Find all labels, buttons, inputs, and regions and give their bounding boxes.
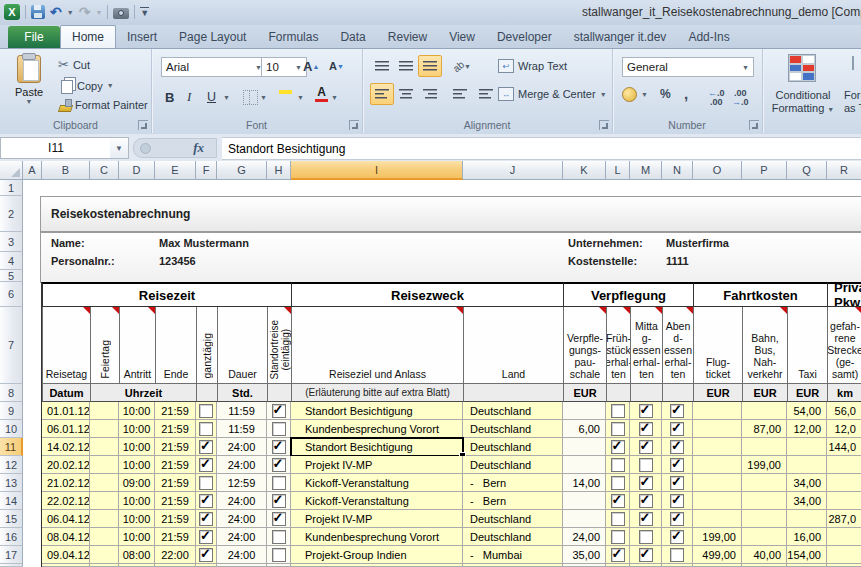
tab-review[interactable]: Review: [377, 26, 438, 48]
cell-L17[interactable]: [606, 546, 630, 564]
checkbox-fruehstueck-12[interactable]: [611, 458, 625, 472]
undo-dropdown-icon[interactable]: ▼: [67, 9, 74, 16]
checkbox-ganztagig-13[interactable]: [199, 476, 213, 490]
row-header-15[interactable]: 15: [0, 510, 23, 528]
row-header-3[interactable]: 3: [0, 232, 23, 252]
row-header-9[interactable]: 9: [0, 402, 23, 420]
column-header-Q[interactable]: Q: [787, 161, 827, 180]
personalnr-label[interactable]: Personalnr.:: [51, 255, 115, 267]
row-header-1[interactable]: 1: [0, 180, 23, 196]
cell-P14[interactable]: [742, 492, 787, 510]
cell-P10[interactable]: 87,00: [742, 420, 787, 438]
subheader-empty[interactable]: [463, 384, 563, 402]
cell-P17[interactable]: 40,00: [742, 546, 787, 564]
checkbox-mittagessen-15[interactable]: [639, 512, 653, 526]
checkbox-ganztagig-14[interactable]: [199, 494, 213, 508]
checkbox-abendessen-15[interactable]: [670, 512, 684, 526]
align-left-button[interactable]: [370, 83, 394, 105]
cell-P16[interactable]: [742, 528, 787, 546]
group-header-verpflegung[interactable]: Verpflegung: [563, 282, 693, 307]
checkbox-standortreise-13[interactable]: [272, 476, 286, 490]
align-bottom-button[interactable]: [418, 55, 442, 77]
format-as-table-label[interactable]: Format as Table: [844, 89, 861, 115]
cell-B12[interactable]: 20.02.12: [42, 456, 90, 474]
header-dauer[interactable]: Dauer: [217, 307, 267, 384]
cell-G12[interactable]: 24:00: [217, 456, 267, 474]
row-header-5[interactable]: 5: [0, 270, 23, 282]
cell-E9[interactable]: 21:59: [155, 402, 196, 420]
cell-K9[interactable]: [563, 402, 606, 420]
cell-F11[interactable]: [196, 438, 217, 456]
checkbox-standortreise-14[interactable]: [272, 494, 286, 508]
group-header-reisezeit[interactable]: Reisezeit: [42, 282, 291, 307]
subheader-erlaeuterung[interactable]: (Erläuterung bitte auf extra Blatt): [291, 384, 463, 402]
cell-B16[interactable]: 08.04.12: [42, 528, 90, 546]
cell-R9[interactable]: 56,0: [827, 402, 861, 420]
undo-icon[interactable]: ↶: [50, 5, 62, 19]
cell-J14[interactable]: - Bern: [463, 492, 563, 510]
cell-F15[interactable]: [196, 510, 217, 528]
shrink-font-button[interactable]: A▼: [329, 56, 344, 76]
header-reisetag[interactable]: Reisetag: [42, 307, 90, 384]
font-dialog-launcher-icon[interactable]: [349, 120, 359, 130]
format-as-table-button[interactable]: [852, 57, 854, 69]
cell-F14[interactable]: [196, 492, 217, 510]
cell-G9[interactable]: 11:59: [217, 402, 267, 420]
checkbox-mittagessen-13[interactable]: [639, 476, 653, 490]
cell-C17[interactable]: [90, 546, 119, 564]
column-header-G[interactable]: G: [217, 161, 267, 180]
cell-J13[interactable]: - Bern: [463, 474, 563, 492]
cell-R15[interactable]: 287,0: [827, 510, 861, 528]
orientation-button[interactable]: ab▼: [450, 55, 474, 77]
cell-O12[interactable]: [693, 456, 742, 474]
camera-icon[interactable]: [113, 8, 129, 19]
cell-P12[interactable]: 199,00: [742, 456, 787, 474]
name-label[interactable]: Name:: [51, 237, 85, 249]
header-bahn[interactable]: Bahn, Bus, Nah- verkehr: [742, 307, 787, 384]
cell-K12[interactable]: [563, 456, 606, 474]
cell-D10[interactable]: 10:00: [119, 420, 155, 438]
alignment-dialog-launcher-icon[interactable]: [599, 120, 609, 130]
cell-C12[interactable]: [90, 456, 119, 474]
cell-O14[interactable]: [693, 492, 742, 510]
row-header-4[interactable]: 4: [0, 252, 23, 270]
cell-P15[interactable]: [742, 510, 787, 528]
header-abendessen[interactable]: Aben d- essen erhal- ten: [662, 307, 693, 384]
number-format-combo[interactable]: General ▼: [622, 57, 754, 77]
column-header-N[interactable]: N: [662, 161, 693, 180]
cell-O11[interactable]: [693, 438, 742, 456]
cell-B9[interactable]: 01.01.12: [42, 402, 90, 420]
checkbox-abendessen-14[interactable]: [670, 494, 684, 508]
checkbox-standortreise-17[interactable]: [272, 548, 286, 562]
cell-L13[interactable]: [606, 474, 630, 492]
checkbox-abendessen-13[interactable]: [670, 476, 684, 490]
checkbox-standortreise-9[interactable]: [272, 404, 286, 418]
checkbox-fruehstueck-16[interactable]: [611, 530, 625, 544]
cell-R11[interactable]: 144,0: [827, 438, 861, 456]
cell-L10[interactable]: [606, 420, 630, 438]
checkbox-abendessen-16[interactable]: [670, 530, 684, 544]
checkbox-ganztagig-15[interactable]: [199, 512, 213, 526]
cell-E16[interactable]: 21:59: [155, 528, 196, 546]
cell-M9[interactable]: [630, 402, 662, 420]
cell-O15[interactable]: [693, 510, 742, 528]
tab-developer[interactable]: Developer: [486, 26, 563, 48]
cell-Q12[interactable]: [787, 456, 827, 474]
header-antritt[interactable]: Antritt: [119, 307, 155, 384]
cell-J15[interactable]: Deutschland: [463, 510, 563, 528]
align-middle-button[interactable]: [394, 55, 418, 77]
cell-E12[interactable]: 21:59: [155, 456, 196, 474]
cell-I11[interactable]: Standort Besichtigung: [291, 438, 463, 456]
checkbox-ganztagig-11[interactable]: [199, 440, 213, 454]
column-header-O[interactable]: O: [693, 161, 742, 180]
cell-D17[interactable]: 08:00: [119, 546, 155, 564]
checkbox-mittagessen-12[interactable]: [639, 458, 653, 472]
cell-H13[interactable]: [267, 474, 291, 492]
cell-H15[interactable]: [267, 510, 291, 528]
header-standortreise[interactable]: Standortreise (eintägig): [267, 307, 291, 384]
checkbox-standortreise-15[interactable]: [272, 512, 286, 526]
customize-qat-icon[interactable]: ▼: [140, 7, 149, 17]
unternehmen-value[interactable]: Musterfirma: [666, 237, 729, 249]
cell-M15[interactable]: [630, 510, 662, 528]
cut-button[interactable]: ✂ Cut: [58, 57, 90, 72]
